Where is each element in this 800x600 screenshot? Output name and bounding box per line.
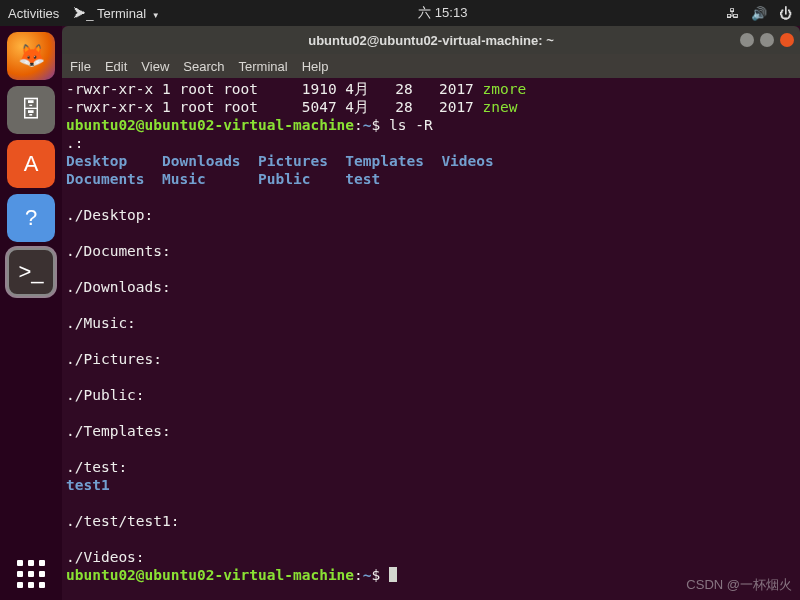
watermark: CSDN @一杯烟火 <box>686 576 792 594</box>
menu-edit[interactable]: Edit <box>105 59 127 74</box>
app-menu-label: Terminal <box>97 6 146 21</box>
firefox-icon: 🦊 <box>18 43 45 69</box>
dir-header: ./Desktop: <box>66 207 153 223</box>
terminal-icon: >_ <box>18 259 43 285</box>
power-icon[interactable]: ⏻ <box>779 6 792 21</box>
dir-header: ./Documents: <box>66 243 171 259</box>
dir-header: ./Music: <box>66 315 136 331</box>
network-icon[interactable]: 🖧 <box>726 6 739 21</box>
file-znew: znew <box>483 99 518 115</box>
command: ls -R <box>380 117 432 133</box>
window-title: ubuntu02@ubuntu02-virtual-machine: ~ <box>62 33 800 48</box>
volume-icon[interactable]: 🔊 <box>751 6 767 21</box>
prompt-dollar: $ <box>372 117 381 133</box>
dock-item-help[interactable]: ? <box>7 194 55 242</box>
dir-header: ./Templates: <box>66 423 171 439</box>
top-panel: Activities ⮞_ Terminal ▼ 六 15:13 🖧 🔊 ⏻ <box>0 0 800 26</box>
help-icon: ? <box>25 205 37 231</box>
dir-header: ./Pictures: <box>66 351 162 367</box>
dir-header: ./test/test1: <box>66 513 180 529</box>
maximize-button[interactable] <box>760 33 774 47</box>
minimize-button[interactable] <box>740 33 754 47</box>
dock-item-firefox[interactable]: 🦊 <box>7 32 55 80</box>
prompt-sep: : <box>354 117 363 133</box>
dir-header: ./Videos: <box>66 549 145 565</box>
prompt-dollar: $ <box>372 567 389 583</box>
clock[interactable]: 六 15:13 <box>160 4 726 22</box>
menu-file[interactable]: File <box>70 59 91 74</box>
menu-help[interactable]: Help <box>302 59 329 74</box>
dir-listing: test1 <box>66 477 110 493</box>
software-icon: A <box>24 151 39 177</box>
menu-terminal[interactable]: Terminal <box>239 59 288 74</box>
chevron-down-icon: ▼ <box>152 11 160 20</box>
menu-search[interactable]: Search <box>183 59 224 74</box>
show-applications-button[interactable] <box>13 556 49 592</box>
files-icon: 🗄 <box>20 97 42 123</box>
window-titlebar[interactable]: ubuntu02@ubuntu02-virtual-machine: ~ <box>62 26 800 54</box>
launcher-dock: 🦊 🗄 A ? >_ <box>0 26 62 600</box>
dir-header: ./test: <box>66 459 127 475</box>
terminal-output[interactable]: -rwxr-xr-x 1 root root 1910 4月 28 2017 z… <box>62 78 800 600</box>
menubar: File Edit View Search Terminal Help <box>62 54 800 78</box>
dock-item-terminal[interactable]: >_ <box>7 248 55 296</box>
prompt-user: ubuntu02@ubuntu02-virtual-machine <box>66 567 354 583</box>
app-menu[interactable]: ⮞_ Terminal ▼ <box>73 6 159 21</box>
dock-item-files[interactable]: 🗄 <box>7 86 55 134</box>
activities-button[interactable]: Activities <box>8 6 59 21</box>
terminal-icon: ⮞_ <box>73 6 93 21</box>
file-zmore: zmore <box>483 81 527 97</box>
cursor <box>389 567 397 582</box>
prompt-user: ubuntu02@ubuntu02-virtual-machine <box>66 117 354 133</box>
dir-header: .: <box>66 135 83 151</box>
dir-header: ./Downloads: <box>66 279 171 295</box>
ls-line: -rwxr-xr-x 1 root root 5047 4月 28 2017 <box>66 99 483 115</box>
dir-listing: Desktop Downloads Pictures Templates Vid… <box>66 153 494 169</box>
dir-listing: Documents Music Public test <box>66 171 380 187</box>
terminal-window: ubuntu02@ubuntu02-virtual-machine: ~ Fil… <box>62 26 800 600</box>
prompt-path: ~ <box>363 567 372 583</box>
ls-line: -rwxr-xr-x 1 root root 1910 4月 28 2017 <box>66 81 483 97</box>
close-button[interactable] <box>780 33 794 47</box>
prompt-path: ~ <box>363 117 372 133</box>
menu-view[interactable]: View <box>141 59 169 74</box>
dir-header: ./Public: <box>66 387 145 403</box>
dock-item-software[interactable]: A <box>7 140 55 188</box>
prompt-sep: : <box>354 567 363 583</box>
